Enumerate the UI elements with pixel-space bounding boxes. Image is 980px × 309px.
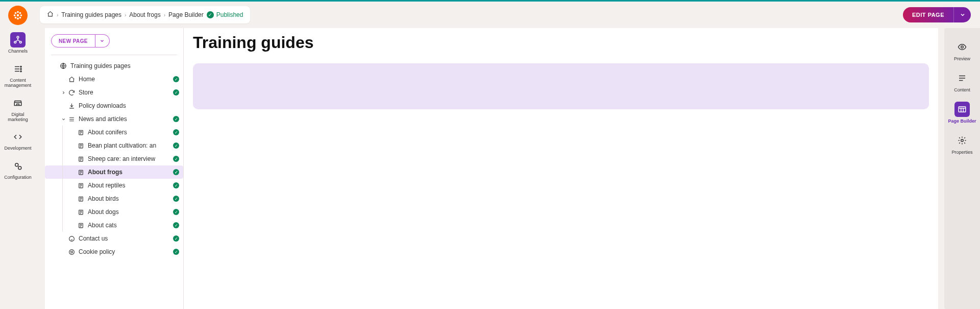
svg-point-13	[20, 68, 21, 69]
download-icon	[67, 102, 76, 110]
new-page-split: NEW PAGE	[51, 34, 177, 47]
article-icon	[77, 168, 85, 176]
article-icon	[77, 181, 85, 189]
tree-label: About frogs	[88, 169, 173, 176]
right-rail-properties[interactable]: Properties	[947, 133, 977, 155]
right-rail-label: Page Builder	[948, 118, 976, 124]
check-icon: ✓	[173, 142, 179, 149]
app-logo[interactable]	[8, 6, 28, 25]
rail-digital-marketing[interactable]: Digital marketing	[3, 96, 33, 123]
tree-item[interactable]: About cats✓	[45, 219, 183, 232]
right-rail-label: Preview	[954, 56, 970, 61]
main-region: › Training guides pages › About frogs › …	[36, 2, 980, 309]
content-icon	[954, 70, 970, 86]
tree-item[interactable]: Store✓	[45, 86, 183, 99]
tree-item[interactable]: About dogs✓	[45, 205, 183, 219]
check-icon: ✓	[173, 76, 179, 82]
svg-point-1	[17, 11, 19, 13]
article-icon	[77, 208, 85, 216]
tree-label: Cookie policy	[79, 248, 173, 255]
check-icon: ✓	[173, 182, 179, 188]
article-icon	[77, 221, 85, 229]
article-icon	[77, 141, 85, 150]
right-rail-label: Content	[954, 87, 970, 92]
gear-icon	[954, 133, 970, 148]
tree-guide	[62, 152, 63, 165]
tree-item[interactable]: News and articles✓	[45, 112, 183, 126]
page-tree: Training guides pages Home✓Store✓Policy …	[45, 59, 183, 258]
tree-root[interactable]: Training guides pages	[45, 59, 183, 73]
svg-point-4	[20, 14, 22, 16]
svg-point-27	[69, 249, 74, 254]
page-builder-placeholder[interactable]	[193, 63, 929, 109]
status-badge: ✓ Published	[207, 11, 243, 18]
digital-marketing-icon	[10, 96, 26, 111]
breadcrumb-item[interactable]: Page Builder	[168, 11, 204, 18]
svg-point-14	[20, 70, 21, 72]
edit-page-button[interactable]: EDIT PAGE	[903, 7, 953, 22]
check-icon: ✓	[173, 156, 179, 162]
tree-label: News and articles	[79, 115, 173, 123]
rail-label: Channels	[8, 49, 28, 54]
status-label: Published	[216, 11, 243, 18]
new-page-dropdown[interactable]	[95, 34, 110, 47]
tree-guide	[62, 219, 63, 232]
right-rail-preview[interactable]: Preview	[947, 39, 977, 61]
rail-development[interactable]: Development	[3, 129, 33, 151]
svg-point-2	[17, 18, 19, 20]
new-page-button[interactable]: NEW PAGE	[51, 34, 95, 47]
chevron-down-icon	[960, 12, 966, 18]
right-rail-content[interactable]: Content	[947, 70, 977, 92]
tree-label: Policy downloads	[79, 102, 179, 109]
tree-label: Bean plant cultivation: an	[88, 142, 173, 149]
svg-point-15	[15, 163, 18, 167]
contact-icon	[67, 234, 76, 243]
tree-label: About dogs	[88, 208, 173, 216]
tree-item[interactable]: About frogs✓	[45, 165, 183, 179]
svg-point-11	[19, 41, 21, 43]
svg-point-7	[15, 17, 17, 19]
svg-point-26	[69, 236, 74, 241]
svg-point-30	[70, 252, 71, 253]
tree-guide	[62, 192, 63, 205]
content-management-icon	[10, 61, 26, 77]
site-icon	[59, 62, 67, 70]
svg-point-29	[72, 251, 72, 251]
app-shell: Channels Content management Digital mark…	[0, 2, 980, 309]
breadcrumb-item[interactable]: Training guides pages	[61, 11, 121, 18]
page-canvas[interactable]: Training guides	[184, 28, 938, 309]
check-icon: ✓	[173, 196, 179, 202]
svg-point-5	[15, 12, 17, 14]
home-icon[interactable]	[47, 11, 54, 19]
chevron-right-icon[interactable]	[59, 90, 67, 95]
tree-item[interactable]: Contact us✓	[45, 232, 183, 245]
edit-page-dropdown[interactable]	[953, 7, 971, 22]
tree-label: Contact us	[79, 235, 173, 242]
svg-point-12	[20, 66, 21, 67]
breadcrumb-item[interactable]: About frogs	[129, 11, 160, 18]
right-rail-page-builder[interactable]: Page Builder	[947, 102, 977, 124]
rail-configuration[interactable]: Configuration	[3, 158, 33, 180]
svg-point-8	[19, 17, 21, 19]
tree-item[interactable]: Bean plant cultivation: an✓	[45, 139, 183, 152]
tree-item[interactable]: About conifers✓	[45, 126, 183, 139]
article-icon	[77, 128, 85, 136]
chevron-right-icon: ›	[125, 12, 126, 18]
tree-item[interactable]: Cookie policy✓	[45, 245, 183, 258]
development-icon	[10, 129, 26, 145]
check-icon: ✓	[173, 222, 179, 228]
tree-item[interactable]: About reptiles✓	[45, 179, 183, 192]
chevron-down-icon[interactable]	[59, 117, 67, 122]
check-icon: ✓	[173, 169, 179, 175]
channels-icon	[10, 32, 26, 47]
tree-item[interactable]: Policy downloads	[45, 99, 183, 112]
tree-item[interactable]: Home✓	[45, 73, 183, 86]
canvas-wrap: Training guides Preview	[184, 28, 980, 309]
check-icon: ✓	[173, 89, 179, 96]
rail-content-management[interactable]: Content management	[3, 61, 33, 88]
rail-channels[interactable]: Channels	[3, 32, 33, 54]
eye-icon	[954, 39, 970, 55]
tree-item[interactable]: Sheep care: an interview ✓	[45, 152, 183, 165]
tree-guide	[62, 179, 63, 192]
tree-item[interactable]: About birds✓	[45, 192, 183, 205]
